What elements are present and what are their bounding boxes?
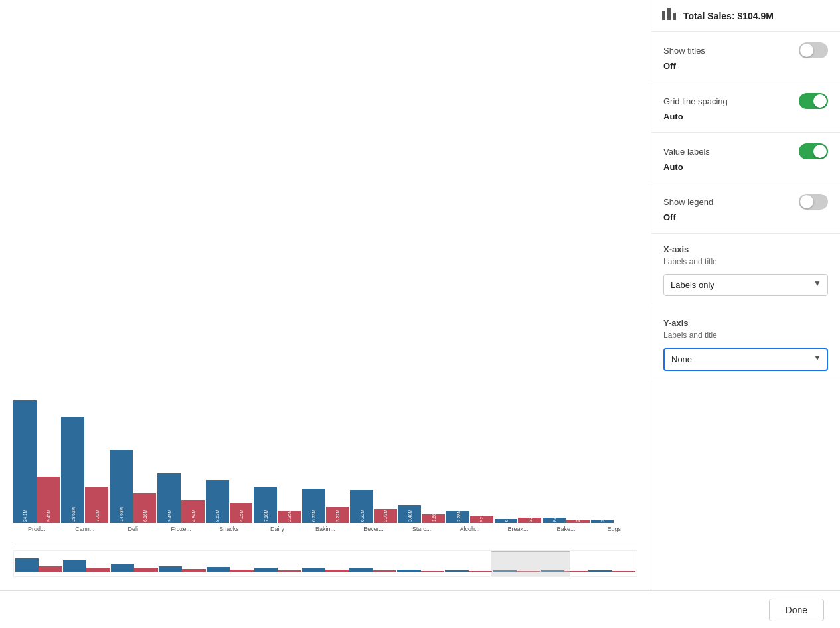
bar-group: 842.13K236.11K	[543, 518, 589, 523]
bar-blue-label: 245.22K	[600, 506, 604, 522]
mini-bar-group	[111, 564, 158, 572]
category-labels: Prod...Cann...DeliFroze...SnacksDairyBak…	[13, 526, 637, 532]
mini-bar-group	[349, 568, 396, 572]
y-axis-dropdown[interactable]: None Labels only Labels and title Title …	[663, 348, 828, 371]
bar-blue: 3.48M	[398, 505, 422, 523]
mini-bar-blue	[302, 568, 325, 572]
bar-red: 2.35M	[278, 511, 301, 523]
bar-blue-label: 842.13K	[552, 506, 556, 522]
svg-rect-1	[667, 8, 671, 20]
mini-bar-group	[15, 558, 62, 572]
panel-header: Total Sales: $104.9M	[651, 0, 840, 32]
category-label: Bakin...	[302, 526, 349, 532]
mini-bar-blue	[397, 570, 420, 572]
show-titles-toggle[interactable]	[799, 42, 828, 58]
mini-chart[interactable]	[13, 550, 637, 577]
bar-red-label: 921.77K	[479, 506, 484, 522]
mini-bar-group	[254, 568, 301, 572]
show-titles-section: Show titles Off	[651, 32, 840, 82]
mini-bar-red	[86, 568, 110, 572]
mini-bar-group	[302, 568, 349, 572]
bar-red: 329.05K	[518, 518, 541, 523]
show-legend-label: Show legend	[663, 197, 713, 207]
bar-red-label: 6.16M	[143, 510, 147, 522]
category-label: Bever...	[350, 526, 396, 532]
panel-sections: Show titles Off Grid line spacing Auto	[651, 32, 840, 590]
mini-bar-red	[134, 568, 157, 572]
bar-blue: 24.1M	[13, 400, 37, 523]
svg-rect-2	[673, 13, 676, 20]
bar-blue: 14.63M	[110, 450, 133, 523]
bar-chart: 24.1M9.45M28.62M7.72M14.63M6.16M9.49M4.8…	[13, 400, 637, 523]
bar-blue-label: 8.63M	[215, 510, 220, 522]
bar-group: 678.25K329.05K	[495, 518, 541, 523]
grid-line-label: Grid line spacing	[663, 96, 728, 106]
x-axis-sublabel: Labels and title	[663, 257, 828, 266]
value-labels-section: Value labels Auto	[651, 133, 840, 183]
footer: Done	[0, 591, 840, 628]
grid-line-toggle[interactable]	[799, 93, 828, 109]
settings-panel: Total Sales: $104.9M Show titles Off Gri…	[651, 0, 840, 590]
category-label: Cann...	[61, 526, 108, 532]
svg-rect-0	[662, 11, 665, 20]
mini-bar-red	[230, 570, 253, 572]
mini-bar-blue	[254, 568, 278, 572]
bar-blue-label: 3.48M	[408, 510, 412, 522]
bar-red: 4.05M	[230, 503, 253, 523]
mini-bar-blue	[588, 570, 612, 572]
category-label: Deli	[110, 526, 156, 532]
bar-red: 2.73M	[374, 509, 397, 523]
mini-bar-red	[39, 566, 62, 572]
done-button[interactable]: Done	[769, 599, 824, 621]
x-axis-dropdown[interactable]: Labels only None Labels and title Title …	[663, 274, 828, 296]
bar-group: 24.1M9.45M	[13, 400, 60, 523]
category-label: Break...	[495, 526, 541, 532]
show-legend-value: Off	[663, 212, 828, 222]
mini-bar-blue	[111, 564, 134, 572]
bar-group: 6.73M3.22M	[302, 489, 349, 523]
mini-bar-group	[588, 570, 635, 572]
bar-blue-label: 6.32M	[359, 510, 364, 522]
bar-blue: 28.62M	[61, 417, 84, 523]
bar-red-label: 1.66M	[431, 510, 436, 522]
bar-red-label: 4.05M	[238, 510, 243, 522]
mini-bar-blue	[63, 560, 86, 572]
panel-title: Total Sales: $104.9M	[683, 11, 774, 21]
mini-bar-red	[278, 570, 301, 572]
mini-bar-red	[325, 570, 349, 572]
bar-blue-label: 28.62M	[70, 507, 75, 522]
bar-red-label: 329.05K	[527, 506, 532, 522]
bar-group: 245.22K	[591, 520, 637, 523]
bar-red: 7.72M	[85, 487, 108, 523]
bar-blue: 678.25K	[495, 519, 518, 523]
y-axis-dropdown-wrapper: None Labels only Labels and title Title …	[663, 344, 828, 371]
mini-chart-selector[interactable]	[491, 551, 570, 576]
bar-group: 7.18M2.35M	[254, 487, 300, 523]
bar-blue: 7.18M	[254, 487, 277, 523]
category-label: Alcoh...	[446, 526, 493, 532]
bar-red: 6.16M	[133, 493, 157, 523]
x-axis-label: X-axis	[663, 244, 828, 254]
bar-blue-label: 9.49M	[167, 510, 171, 522]
bar-group: 9.49M4.84M	[157, 473, 204, 523]
bar-group: 2.28M921.77K	[446, 511, 493, 523]
value-labels-toggle[interactable]	[799, 143, 828, 159]
mini-bar-blue	[445, 570, 468, 572]
mini-bar-red	[373, 570, 396, 572]
bar-red: 921.77K	[470, 516, 493, 523]
y-axis-section: Y-axis Labels and title None Labels only…	[651, 307, 840, 382]
bar-blue: 8.63M	[206, 480, 229, 523]
bar-blue-label: 14.63M	[119, 507, 124, 522]
value-labels-value: Auto	[663, 162, 828, 172]
mini-bar-red	[182, 569, 205, 572]
bar-group: 3.48M1.66M	[398, 505, 445, 523]
bar-red-label: 7.72M	[94, 510, 99, 522]
show-legend-section: Show legend Off	[651, 183, 840, 234]
bar-group: 28.62M7.72M	[61, 417, 108, 523]
bar-red: 4.84M	[181, 500, 205, 523]
bar-group: 14.63M6.16M	[110, 450, 156, 523]
mini-bar-blue	[349, 568, 373, 572]
show-legend-toggle[interactable]	[799, 194, 828, 210]
mini-bar-group	[159, 566, 206, 572]
mini-bar-blue	[207, 567, 230, 572]
